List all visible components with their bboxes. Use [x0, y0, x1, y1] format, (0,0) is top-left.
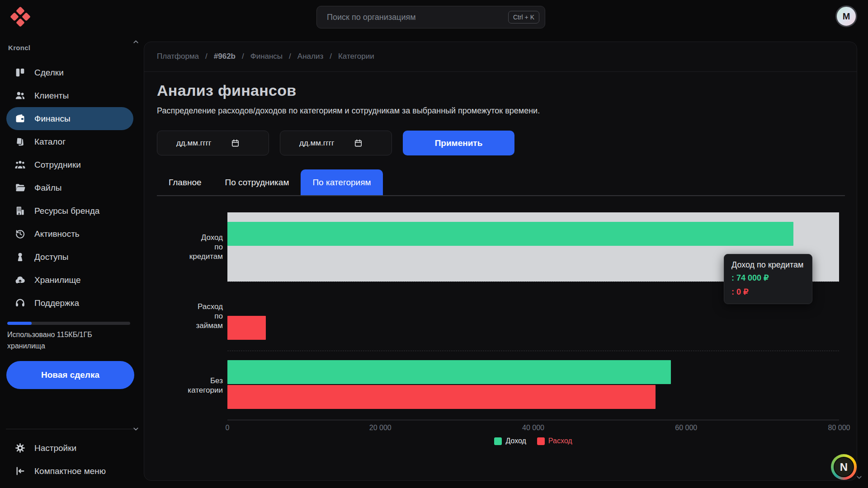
sidebar: Kroncl СделкиКлиентыФинансыКаталогСотруд…	[0, 0, 144, 488]
bar-income[interactable]	[227, 222, 793, 246]
corner-chevron-down-icon[interactable]	[855, 474, 863, 481]
sidebar-item-headset[interactable]: Поддержка	[6, 291, 133, 314]
x-axis-tick-label: 60 000	[675, 424, 697, 432]
headset-icon	[14, 297, 26, 309]
category-label: Безкатегории	[144, 351, 223, 420]
legend-item-income[interactable]: Доход	[494, 437, 526, 445]
date-from-input[interactable]: дд.мм.гггг	[157, 131, 269, 155]
legend-item-expense[interactable]: Расход	[537, 437, 572, 445]
breadcrumb-item[interactable]: Категории	[338, 52, 374, 61]
x-axis-tick-label: 40 000	[522, 424, 544, 432]
sidebar-item-label: Каталог	[34, 137, 66, 147]
tooltip-value-row: : 74 000 ₽	[731, 273, 805, 283]
breadcrumb-separator: /	[330, 52, 332, 61]
legend-label: Расход	[548, 437, 572, 445]
bar-income[interactable]	[227, 360, 671, 384]
nextjs-dev-badge[interactable]: N	[831, 454, 857, 480]
breadcrumb-item[interactable]: #962b	[214, 52, 236, 61]
avatar[interactable]: M	[835, 5, 857, 27]
category-axis-labels: ДоходпокредитамРасходпозаймамБезкатегори…	[144, 212, 223, 420]
x-axis-tick-label: 20 000	[369, 424, 392, 432]
sidebar-nav: СделкиКлиентыФинансыКаталогСотрудникиФай…	[0, 61, 144, 314]
sidebar-item-label: Сотрудники	[34, 160, 81, 170]
legend-swatch	[494, 437, 502, 445]
employees-icon	[14, 159, 26, 171]
legend-label: Доход	[505, 437, 526, 445]
sidebar-item-gear[interactable]: Настройки	[6, 436, 137, 460]
sidebar-item-employees[interactable]: Сотрудники	[6, 153, 133, 176]
apply-button[interactable]: Применить	[403, 131, 514, 155]
app-root: Kroncl СделкиКлиентыФинансыКаталогСотруд…	[0, 0, 868, 488]
chart-legend: ДоходРасход	[227, 437, 839, 445]
sidebar-item-clients[interactable]: Клиенты	[6, 84, 133, 107]
building-icon	[14, 205, 26, 217]
calendar-icon[interactable]	[231, 139, 240, 147]
clients-icon	[14, 90, 26, 102]
breadcrumb-item[interactable]: Платформа	[157, 52, 199, 61]
x-axis-line	[227, 420, 839, 420]
tab-by-employees[interactable]: По сотрудникам	[213, 169, 301, 195]
collapse-menu-icon	[14, 465, 26, 477]
search-placeholder: Поиск по организациям	[327, 13, 508, 22]
x-axis-tick-label: 0	[226, 424, 230, 432]
date-filter-bar: дд.мм.гггг дд.мм.гггг Применить	[157, 131, 514, 155]
nextjs-n-icon: N	[834, 457, 854, 477]
breadcrumb-separator: /	[205, 52, 208, 61]
brand-logo-icon	[11, 7, 30, 26]
date-from-value: дд.мм.гггг	[176, 139, 211, 148]
new-deal-button[interactable]: Новая сделка	[6, 361, 134, 389]
page-title: Анализ финансов	[157, 82, 297, 99]
calendar-icon[interactable]	[354, 139, 363, 147]
tooltip-rows: : 74 000 ₽: 0 ₽	[731, 273, 805, 297]
gear-icon	[14, 442, 26, 454]
main-panel: Платформа/#962b/Финансы/Анализ/Категории…	[144, 42, 857, 481]
sidebar-item-collapse-menu[interactable]: Компактное меню	[6, 460, 137, 483]
grid-line	[227, 351, 839, 351]
date-to-input[interactable]: дд.мм.гггг	[280, 131, 392, 155]
sidebar-item-label: Поддержка	[34, 298, 79, 308]
sidebar-item-label: Файлы	[34, 183, 61, 193]
sidebar-item-label: Компактное меню	[34, 466, 106, 476]
legend-swatch	[537, 437, 545, 445]
sidebar-item-cloud-upload[interactable]: Хранилище	[6, 268, 133, 291]
bar-chart-plot	[227, 212, 839, 420]
chevron-up-icon[interactable]	[132, 38, 140, 46]
storage-progress-fill	[7, 322, 32, 325]
sidebar-item-label: Ресурсы бренда	[34, 206, 99, 216]
sidebar-item-label: Настройки	[34, 443, 76, 453]
chart-tooltip: Доход по кредитам : 74 000 ₽: 0 ₽	[724, 254, 812, 304]
catalog-icon	[14, 136, 26, 148]
history-icon	[14, 228, 26, 240]
chevron-down-icon[interactable]	[132, 425, 140, 433]
tab-by-categories[interactable]: По категориям	[301, 169, 382, 195]
sidebar-item-label: Доступы	[34, 252, 69, 262]
sidebar-item-wallet[interactable]: Финансы	[6, 107, 133, 130]
cloud-upload-icon	[14, 274, 26, 286]
sidebar-divider	[6, 429, 136, 429]
sidebar-item-access[interactable]: Доступы	[6, 245, 133, 268]
breadcrumb-item[interactable]: Финансы	[250, 52, 283, 61]
bar-expense[interactable]	[227, 316, 266, 340]
sidebar-item-kanban[interactable]: Сделки	[6, 61, 133, 84]
category-label: Доходпокредитам	[144, 212, 223, 282]
tab-main[interactable]: Главное	[157, 169, 213, 195]
shortcut-badge: Ctrl + K	[508, 11, 539, 23]
storage-usage-label: Использовано 115КБ/1ГБ хранилища	[7, 329, 118, 352]
sidebar-item-label: Финансы	[34, 114, 71, 124]
breadcrumb-separator: /	[289, 52, 291, 61]
page-subtitle: Распределение расходов/доходов по катего…	[157, 106, 540, 116]
sidebar-item-label: Хранилище	[34, 275, 81, 285]
breadcrumb-item[interactable]: Анализ	[297, 52, 323, 61]
breadcrumb: Платформа/#962b/Финансы/Анализ/Категории	[157, 42, 374, 71]
date-to-value: дд.мм.гггг	[299, 139, 334, 148]
sidebar-item-history[interactable]: Активность	[6, 222, 133, 245]
sidebar-item-building[interactable]: Ресурсы бренда	[6, 199, 133, 222]
sidebar-item-catalog[interactable]: Каталог	[6, 130, 133, 153]
sidebar-item-label: Сделки	[34, 68, 64, 78]
x-axis-ticks: 020 00040 00060 00080 000	[227, 424, 839, 433]
sidebar-item-label: Активность	[34, 229, 80, 239]
sidebar-item-folder[interactable]: Файлы	[6, 176, 133, 199]
search-input[interactable]: Поиск по организациям Ctrl + K	[316, 6, 545, 28]
category-label: Расходпозаймам	[144, 282, 223, 351]
bar-expense[interactable]	[227, 385, 656, 409]
